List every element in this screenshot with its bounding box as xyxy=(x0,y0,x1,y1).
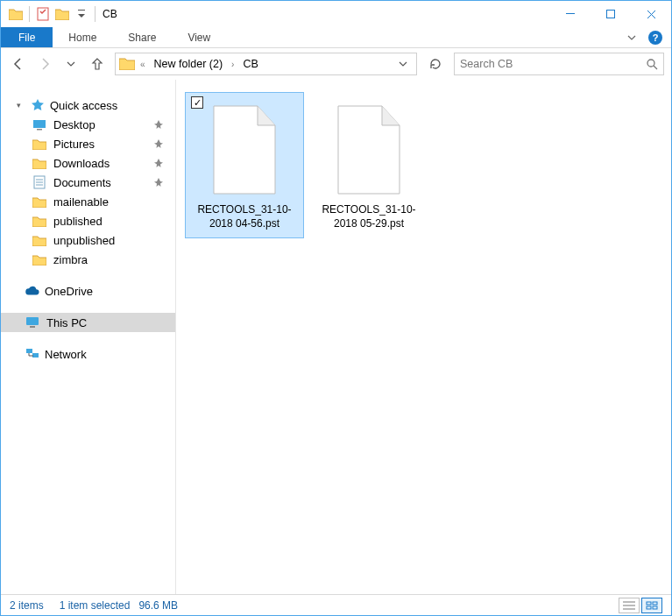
svg-rect-14 xyxy=(647,606,651,609)
refresh-button[interactable] xyxy=(424,53,447,75)
navigation-pane[interactable]: ▾ Quick access DesktopPicturesDownloadsD… xyxy=(1,80,176,594)
svg-rect-11 xyxy=(32,353,39,358)
folder-icon xyxy=(32,137,46,151)
desktop-icon xyxy=(32,117,46,131)
sidebar-item-label: Pictures xyxy=(53,138,95,151)
minimize-button[interactable] xyxy=(550,1,591,27)
onedrive-item[interactable]: OneDrive xyxy=(1,281,175,301)
navigation-row: « New folder (2) › CB Search CB xyxy=(1,48,671,80)
svg-rect-12 xyxy=(647,602,651,605)
svg-rect-10 xyxy=(26,349,32,353)
view-toggle xyxy=(619,598,662,613)
pin-icon xyxy=(154,120,163,129)
folder-icon xyxy=(32,252,46,266)
file-icon xyxy=(329,102,408,198)
folder-icon xyxy=(32,195,46,209)
sidebar-item-zimbra[interactable]: zimbra xyxy=(1,250,175,269)
details-view-button[interactable] xyxy=(619,598,640,613)
ribbon-toggle-button[interactable] xyxy=(619,27,645,47)
this-pc-label: This PC xyxy=(46,316,87,329)
checkbox-icon[interactable]: ✓ xyxy=(191,96,203,109)
file-tile[interactable]: ✓RECTOOLS_31-10-2018 04-56.pst xyxy=(185,92,304,238)
explorer-window: CB File Home Share View ? xyxy=(0,0,672,616)
search-box[interactable]: Search CB xyxy=(454,53,664,75)
help-icon: ? xyxy=(648,31,662,45)
file-name: RECTOOLS_31-10-2018 04-56.pst xyxy=(189,203,300,230)
folder-icon xyxy=(32,233,46,247)
this-pc-item[interactable]: This PC xyxy=(1,313,175,332)
qat-dropdown-icon[interactable] xyxy=(72,4,91,24)
address-dropdown-button[interactable] xyxy=(393,60,413,68)
network-label: Network xyxy=(45,348,87,361)
status-bar: 2 items 1 item selected 96.6 MB xyxy=(1,594,671,615)
back-button[interactable] xyxy=(8,53,29,74)
onedrive-icon xyxy=(25,284,39,298)
up-button[interactable] xyxy=(87,53,108,74)
svg-rect-0 xyxy=(38,8,48,20)
breadcrumb-segment[interactable]: CB xyxy=(239,58,261,70)
star-icon xyxy=(31,98,45,112)
sidebar-item-published[interactable]: published xyxy=(1,211,175,230)
content-area[interactable]: ✓RECTOOLS_31-10-2018 04-56.pstRECTOOLS_3… xyxy=(176,80,671,594)
file-tile[interactable]: RECTOOLS_31-10-2018 05-29.pst xyxy=(309,92,428,238)
file-tab[interactable]: File xyxy=(1,27,53,47)
pc-icon xyxy=(25,315,39,329)
sidebar-item-label: unpublished xyxy=(53,234,115,247)
folder-icon xyxy=(32,214,46,228)
window-title: CB xyxy=(103,8,550,20)
status-selection: 1 item selected xyxy=(60,599,131,612)
properties-icon[interactable] xyxy=(33,4,53,24)
sidebar-item-label: Downloads xyxy=(53,157,110,170)
separator xyxy=(95,6,95,22)
forward-button[interactable] xyxy=(34,53,55,74)
sidebar-item-label: Documents xyxy=(53,176,111,189)
folder-icon xyxy=(53,4,72,24)
maximize-button[interactable] xyxy=(591,1,631,27)
svg-rect-13 xyxy=(653,602,657,605)
svg-rect-9 xyxy=(30,326,35,328)
tab-view[interactable]: View xyxy=(172,27,226,47)
recent-locations-button[interactable] xyxy=(60,53,81,74)
sidebar-item-downloads[interactable]: Downloads xyxy=(1,153,175,173)
tab-share[interactable]: Share xyxy=(112,27,172,47)
pin-icon xyxy=(154,139,163,148)
documents-icon xyxy=(32,175,46,189)
folder-icon xyxy=(6,4,25,24)
quick-access-toolbar xyxy=(1,4,99,24)
search-icon xyxy=(646,58,658,70)
breadcrumb-segment[interactable]: New folder (2) xyxy=(151,58,227,70)
svg-rect-8 xyxy=(26,317,39,325)
breadcrumb-ellipsis[interactable]: « xyxy=(138,60,147,69)
separator xyxy=(29,6,30,22)
file-grid: ✓RECTOOLS_31-10-2018 04-56.pstRECTOOLS_3… xyxy=(185,92,662,238)
chevron-right-icon[interactable]: › xyxy=(230,60,236,69)
tree-group-onedrive: OneDrive xyxy=(1,281,175,301)
window-controls xyxy=(550,1,671,27)
close-button[interactable] xyxy=(631,1,671,27)
sidebar-item-label: published xyxy=(53,215,103,228)
ribbon-tabs: File Home Share View ? xyxy=(1,27,671,48)
network-item[interactable]: Network xyxy=(1,344,175,364)
sidebar-item-label: Desktop xyxy=(53,118,95,131)
network-icon xyxy=(25,347,39,361)
thumbnails-view-button[interactable] xyxy=(641,598,662,613)
sidebar-item-pictures[interactable]: Pictures xyxy=(1,134,175,153)
sidebar-item-mailenable[interactable]: mailenable xyxy=(1,192,175,211)
help-button[interactable]: ? xyxy=(645,27,666,47)
sidebar-item-desktop[interactable]: Desktop xyxy=(1,115,175,134)
pin-icon xyxy=(154,178,163,187)
svg-rect-2 xyxy=(566,13,575,14)
title-bar: CB xyxy=(1,1,671,27)
sidebar-item-documents[interactable]: Documents xyxy=(1,173,175,192)
svg-rect-1 xyxy=(78,10,85,11)
sidebar-item-unpublished[interactable]: unpublished xyxy=(1,230,175,250)
pin-icon xyxy=(154,159,163,167)
quick-access-header[interactable]: ▾ Quick access xyxy=(1,96,175,115)
address-bar[interactable]: « New folder (2) › CB xyxy=(115,53,417,75)
tab-home[interactable]: Home xyxy=(53,27,112,47)
svg-rect-5 xyxy=(33,120,46,128)
tree-group-network: Network xyxy=(1,344,175,364)
quick-access-label: Quick access xyxy=(50,99,117,112)
tree-group-quick-access: ▾ Quick access DesktopPicturesDownloadsD… xyxy=(1,96,175,269)
status-size: 96.6 MB xyxy=(138,599,178,612)
